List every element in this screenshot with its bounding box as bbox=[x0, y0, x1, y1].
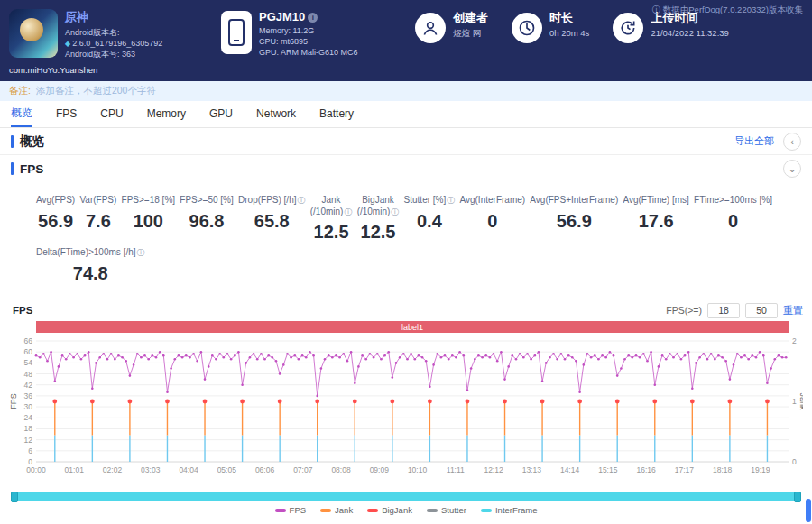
svg-text:00:00: 00:00 bbox=[26, 465, 46, 474]
upload-value: 21/04/2022 11:32:39 bbox=[651, 27, 728, 40]
svg-text:03:03: 03:03 bbox=[141, 465, 161, 474]
info-icon[interactable]: ⓘ bbox=[344, 207, 352, 216]
metric-value: 56.9 bbox=[530, 211, 618, 232]
svg-text:13:13: 13:13 bbox=[522, 465, 542, 474]
svg-text:15:15: 15:15 bbox=[598, 465, 618, 474]
notes-placeholder[interactable]: 添加备注，不超过200个字符 bbox=[36, 85, 156, 97]
tab-FPS[interactable]: FPS bbox=[56, 101, 77, 127]
metric-FTime>=100ms [%]: FTime>=100ms [%]0 bbox=[694, 195, 772, 245]
svg-text:04:04: 04:04 bbox=[179, 465, 198, 474]
device-cpu: CPU: mt6895 bbox=[259, 36, 358, 47]
legend-item-InterFrame[interactable]: InterFrame bbox=[481, 505, 537, 515]
legend-item-Jank[interactable]: Jank bbox=[320, 505, 353, 515]
export-all-link[interactable]: 导出全部 bbox=[734, 134, 774, 148]
metric-Jank(/10min): Jank(/10min)ⓘ12.5 bbox=[310, 195, 353, 245]
metric-Stutter [%]: Stutter [%]ⓘ0.4 bbox=[404, 195, 456, 245]
diamond-icon: ◆ bbox=[65, 40, 70, 48]
package-name: com.miHoYo.Yuanshen bbox=[9, 65, 221, 75]
chart-title: FPS bbox=[13, 305, 32, 316]
creator-icon bbox=[415, 13, 446, 43]
metric-Avg(FPS): Avg(FPS)56.9 bbox=[36, 195, 75, 245]
metric-value: 0.4 bbox=[404, 211, 456, 232]
svg-text:42: 42 bbox=[24, 381, 33, 390]
notes-label: 备注: bbox=[9, 85, 31, 97]
svg-text:17:17: 17:17 bbox=[675, 465, 695, 474]
metric-value: 17.6 bbox=[623, 211, 688, 232]
metric-value: 65.8 bbox=[238, 211, 305, 232]
metric-value: 56.9 bbox=[36, 211, 75, 232]
svg-text:1: 1 bbox=[792, 397, 797, 406]
creator-block: 创建者 煜煊 网 bbox=[415, 9, 488, 81]
fps-metrics-row: Avg(FPS)56.9Var(FPS)7.6FPS>=18 [%]100FPS… bbox=[0, 182, 812, 245]
svg-text:10:10: 10:10 bbox=[408, 465, 428, 474]
device-gpu: GPU: ARM Mali-G610 MC6 bbox=[259, 47, 358, 58]
duration-block: 时长 0h 20m 4s bbox=[512, 9, 589, 81]
svg-text:6: 6 bbox=[28, 446, 32, 455]
section-accent-bar bbox=[11, 135, 14, 148]
range-handle-right[interactable] bbox=[794, 492, 801, 502]
svg-text:54: 54 bbox=[24, 358, 33, 367]
range-handle-left[interactable] bbox=[11, 492, 18, 502]
svg-text:01:01: 01:01 bbox=[65, 465, 85, 474]
overview-title: 概览 bbox=[20, 133, 44, 150]
tab-CPU[interactable]: CPU bbox=[100, 101, 123, 127]
info-icon[interactable]: ⓘ bbox=[391, 207, 399, 216]
upload-block: 上传时间 21/04/2022 11:32:39 bbox=[613, 9, 728, 81]
device-info: PGJM10i Memory: 11.2G CPU: mt6895 GPU: A… bbox=[221, 9, 415, 81]
info-icon[interactable]: ⓘ bbox=[137, 248, 145, 257]
device-memory: Memory: 11.2G bbox=[259, 25, 358, 36]
svg-text:24: 24 bbox=[24, 413, 33, 422]
fps-title: FPS bbox=[20, 162, 43, 176]
metric-FPS>=50 [%]: FPS>=50 [%]96.8 bbox=[180, 195, 233, 245]
device-info-icon[interactable]: i bbox=[308, 13, 318, 23]
legend-item-FPS[interactable]: FPS bbox=[275, 505, 306, 515]
svg-text:2: 2 bbox=[792, 336, 797, 345]
svg-text:18:18: 18:18 bbox=[713, 465, 733, 474]
tab-Battery[interactable]: Battery bbox=[319, 101, 354, 127]
tab-bar: 概览FPSCPUMemoryGPUNetworkBattery bbox=[0, 101, 812, 128]
page-scrollbar-thumb[interactable] bbox=[806, 499, 811, 522]
duration-label: 时长 bbox=[549, 9, 589, 27]
legend-marker bbox=[427, 509, 438, 512]
tab-GPU[interactable]: GPU bbox=[209, 101, 233, 127]
collapse-left-button[interactable]: ‹ bbox=[783, 133, 801, 151]
metric-value: 96.8 bbox=[180, 211, 233, 232]
metric-Avg(InterFrame): Avg(InterFrame)0 bbox=[459, 195, 525, 245]
info-icon[interactable]: ⓘ bbox=[447, 196, 455, 205]
section-accent-bar bbox=[11, 162, 14, 175]
legend-marker bbox=[275, 509, 286, 512]
info-icon[interactable]: ⓘ bbox=[297, 196, 305, 205]
legend-item-BigJank[interactable]: BigJank bbox=[367, 505, 412, 515]
tab-Network[interactable]: Network bbox=[256, 101, 296, 127]
header: 原神 Android版本名: ◆2.6.0_6179196_6305792 An… bbox=[0, 0, 812, 81]
svg-text:60: 60 bbox=[24, 347, 33, 356]
svg-text:16:16: 16:16 bbox=[636, 465, 656, 474]
metric-FPS>=18 [%]: FPS>=18 [%]100 bbox=[122, 195, 175, 245]
metric-value: 0 bbox=[694, 211, 772, 232]
svg-text:08:08: 08:08 bbox=[331, 465, 351, 474]
threshold-low-input[interactable] bbox=[707, 303, 740, 318]
svg-text:09:09: 09:09 bbox=[370, 465, 390, 474]
svg-text:12: 12 bbox=[24, 436, 33, 445]
reset-button[interactable]: 重置 bbox=[783, 304, 803, 317]
collapse-fps-button[interactable]: ⌄ bbox=[783, 160, 801, 178]
tab-Memory[interactable]: Memory bbox=[147, 101, 186, 127]
chart-legend: FPSJankBigJankStutterInterFrame bbox=[9, 505, 803, 515]
tab-概览[interactable]: 概览 bbox=[11, 101, 32, 127]
legend-item-Stutter[interactable]: Stutter bbox=[427, 505, 466, 515]
notes-bar[interactable]: 备注: 添加备注，不超过200个字符 bbox=[0, 81, 812, 101]
collector-note: ⓘ 数据由PerfDog(7.0.220332)版本收集 bbox=[652, 5, 803, 16]
metric-value: 0 bbox=[459, 211, 525, 232]
chart-range-slider[interactable] bbox=[11, 492, 801, 501]
svg-text:48: 48 bbox=[24, 370, 33, 379]
fps-line-chart[interactable]: label10612182430364248546066012FPSJank00… bbox=[9, 321, 803, 487]
threshold-high-input[interactable] bbox=[745, 303, 778, 318]
svg-text:30: 30 bbox=[24, 402, 33, 411]
svg-text:36: 36 bbox=[24, 391, 33, 400]
svg-text:12:12: 12:12 bbox=[484, 465, 503, 474]
android-version-label: Android版本名: bbox=[65, 27, 162, 38]
chart-banner-label: label1 bbox=[401, 323, 423, 332]
fps-chart-section: FPS FPS(>=) 重置 label10612182430364248546… bbox=[0, 299, 812, 515]
legend-marker bbox=[367, 509, 378, 512]
game-name: 原神 bbox=[65, 9, 162, 25]
